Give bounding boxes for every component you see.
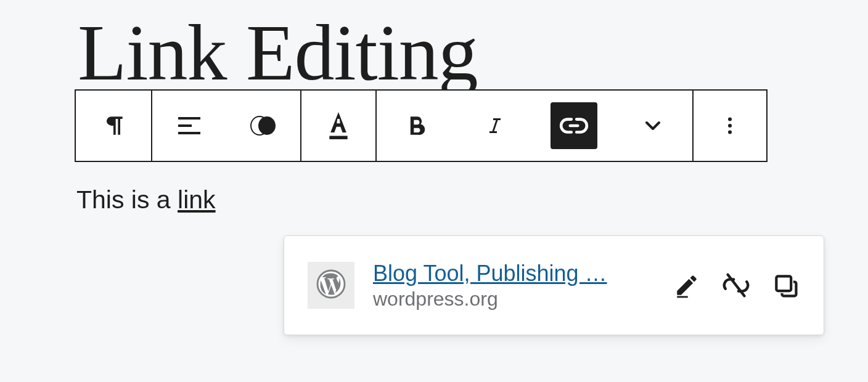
copy-link-button[interactable] (771, 270, 800, 300)
chevron-down-icon (641, 113, 665, 138)
toolbar-group-block (76, 91, 151, 161)
link-icon (559, 110, 589, 141)
block-type-button[interactable] (76, 91, 151, 161)
unlink-icon (722, 271, 750, 299)
svg-rect-5 (329, 136, 347, 140)
text-color-icon (325, 110, 352, 142)
unlink-button[interactable] (721, 270, 751, 300)
svg-point-4 (258, 116, 276, 135)
block-toolbar (75, 89, 768, 162)
options-button[interactable] (694, 91, 766, 161)
more-formatting-button[interactable] (613, 91, 692, 161)
link-popover: Blog Tool, Publishing … wordpress.org (284, 235, 824, 335)
svg-point-6 (728, 118, 732, 121)
edit-link-button[interactable] (672, 270, 702, 300)
paragraph-prefix: This is a (76, 185, 178, 214)
svg-point-7 (728, 124, 732, 128)
link-domain: wordpress.org (373, 288, 657, 311)
link-title[interactable]: Blog Tool, Publishing … (373, 261, 657, 286)
paragraph-block[interactable]: This is a link (76, 185, 216, 215)
text-color-button[interactable] (301, 91, 375, 161)
link-meta: Blog Tool, Publishing … wordpress.org (373, 261, 657, 311)
bold-icon (403, 112, 430, 139)
bold-button[interactable] (377, 91, 456, 161)
align-button[interactable] (152, 91, 226, 161)
align-left-icon (174, 111, 204, 140)
pilcrow-icon (100, 112, 127, 139)
svg-rect-12 (776, 276, 791, 291)
copy-icon (772, 272, 799, 299)
drag-handle-icon (246, 115, 280, 137)
link-favicon (308, 262, 354, 309)
toolbar-group-color (301, 91, 375, 161)
page-title: Link Editing (78, 12, 478, 92)
svg-line-11 (728, 275, 745, 296)
toolbar-group-format (377, 91, 692, 161)
svg-point-8 (728, 131, 732, 134)
link-button[interactable] (534, 91, 613, 161)
svg-rect-10 (677, 296, 688, 298)
drag-handle-button[interactable] (226, 91, 300, 161)
italic-icon (484, 113, 506, 138)
toolbar-group-transform (152, 91, 300, 161)
more-vertical-icon (719, 115, 741, 137)
link-popover-actions (672, 270, 800, 300)
wordpress-icon (316, 269, 346, 301)
toolbar-group-more (694, 91, 766, 161)
inline-link[interactable]: link (178, 185, 216, 214)
italic-button[interactable] (456, 91, 534, 161)
pencil-icon (674, 272, 700, 298)
